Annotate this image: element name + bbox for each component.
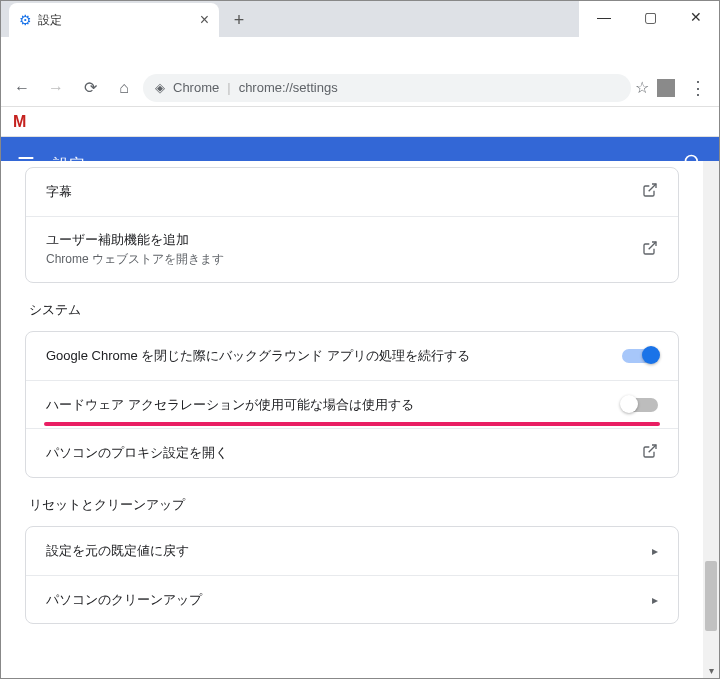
close-tab-icon[interactable]: × [200, 11, 209, 29]
browser-tab[interactable]: ⚙ 設定 × [9, 3, 219, 37]
svg-line-4 [649, 445, 656, 452]
tab-strip: ⚙ 設定 × + [1, 1, 579, 37]
captions-label: 字幕 [46, 183, 72, 201]
cleanup-row[interactable]: パソコンのクリーンアップ ▸ [26, 575, 678, 623]
omnibox-divider: | [227, 80, 230, 95]
minimize-button[interactable]: — [581, 1, 627, 33]
gear-icon: ⚙ [19, 12, 32, 28]
hardware-accel-label: ハードウェア アクセラレーションが使用可能な場合は使用する [46, 396, 414, 414]
open-external-icon [642, 182, 658, 202]
reload-button[interactable]: ⟳ [75, 73, 105, 103]
proxy-label: パソコンのプロキシ設定を開く [46, 444, 228, 462]
highlight-annotation [44, 422, 660, 426]
forward-button[interactable]: → [41, 73, 71, 103]
add-accessibility-row[interactable]: ユーザー補助機能を追加 Chrome ウェブストアを開きます [26, 216, 678, 282]
hardware-accel-row: ハードウェア アクセラレーションが使用可能な場合は使用する [26, 380, 678, 428]
restore-defaults-row[interactable]: 設定を元の既定値に戻す ▸ [26, 527, 678, 575]
reset-section-title: リセットとクリーンアップ [29, 496, 675, 514]
home-button[interactable]: ⌂ [109, 73, 139, 103]
gmail-bookmark-icon[interactable]: M [13, 113, 26, 131]
back-button[interactable]: ← [7, 73, 37, 103]
bookmarks-bar: M [1, 107, 719, 137]
new-tab-button[interactable]: + [225, 6, 253, 34]
scroll-down-arrow[interactable]: ▾ [703, 662, 719, 678]
chrome-icon: ◈ [155, 80, 165, 95]
address-bar[interactable]: ◈ Chrome | chrome://settings [143, 74, 631, 102]
settings-content: 字幕 ユーザー補助機能を追加 Chrome ウェブストアを開きます システム G… [1, 161, 703, 678]
system-card: Google Chrome を閉じた際にバックグラウンド アプリの処理を続行する… [25, 331, 679, 478]
background-apps-toggle[interactable] [622, 349, 658, 363]
accessibility-card: 字幕 ユーザー補助機能を追加 Chrome ウェブストアを開きます [25, 167, 679, 283]
chevron-right-icon: ▸ [652, 544, 658, 558]
extension-icon[interactable] [657, 79, 675, 97]
vertical-scrollbar[interactable]: ▾ [703, 161, 719, 678]
omnibox-scheme: Chrome [173, 80, 219, 95]
maximize-button[interactable]: ▢ [627, 1, 673, 33]
add-accessibility-sub: Chrome ウェブストアを開きます [46, 251, 224, 268]
captions-row[interactable]: 字幕 [26, 168, 678, 216]
omnibox-url: chrome://settings [239, 80, 338, 95]
tab-title: 設定 [38, 12, 62, 29]
close-window-button[interactable]: ✕ [673, 1, 719, 33]
svg-line-2 [649, 184, 656, 191]
chrome-menu-icon[interactable]: ⋮ [683, 77, 713, 99]
open-external-icon [642, 240, 658, 260]
cleanup-label: パソコンのクリーンアップ [46, 591, 202, 609]
add-accessibility-label: ユーザー補助機能を追加 [46, 231, 224, 249]
hardware-accel-toggle[interactable] [622, 398, 658, 412]
scrollbar-thumb[interactable] [705, 561, 717, 631]
restore-defaults-label: 設定を元の既定値に戻す [46, 542, 189, 560]
background-apps-row: Google Chrome を閉じた際にバックグラウンド アプリの処理を続行する [26, 332, 678, 380]
reset-card: 設定を元の既定値に戻す ▸ パソコンのクリーンアップ ▸ [25, 526, 679, 624]
bookmark-star-icon[interactable]: ☆ [635, 78, 649, 97]
proxy-row[interactable]: パソコンのプロキシ設定を開く [26, 428, 678, 477]
open-external-icon [642, 443, 658, 463]
svg-line-3 [649, 242, 656, 249]
system-section-title: システム [29, 301, 675, 319]
background-apps-label: Google Chrome を閉じた際にバックグラウンド アプリの処理を続行する [46, 347, 470, 365]
chevron-right-icon: ▸ [652, 593, 658, 607]
browser-toolbar: ← → ⟳ ⌂ ◈ Chrome | chrome://settings ☆ ⋮ [1, 69, 719, 107]
